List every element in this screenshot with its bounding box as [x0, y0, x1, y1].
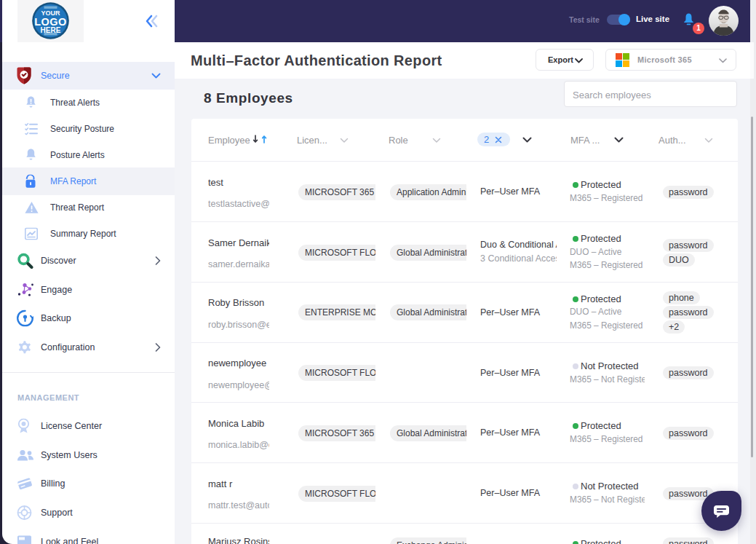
- svg-text:HERE: HERE: [41, 26, 61, 34]
